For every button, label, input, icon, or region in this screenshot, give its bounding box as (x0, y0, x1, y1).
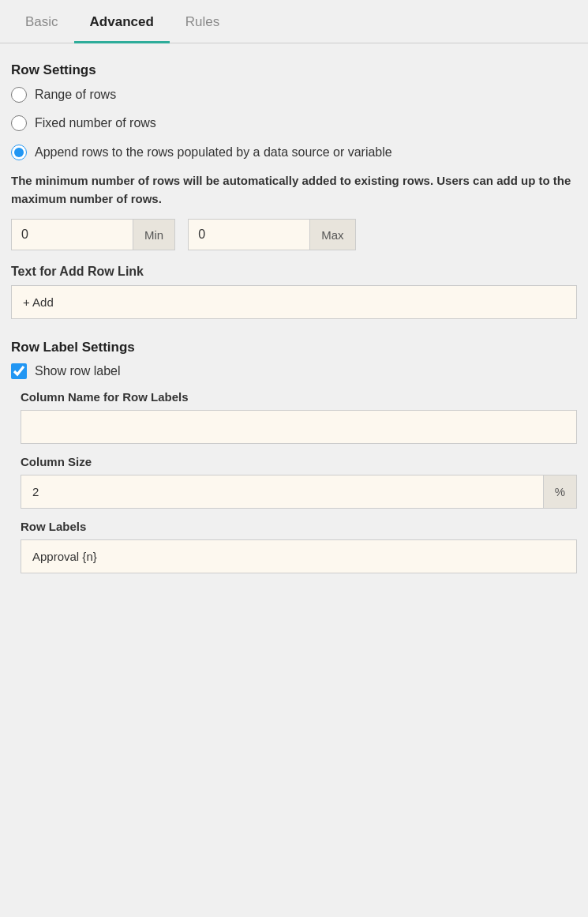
radio-append-label: Append rows to the rows populated by a d… (35, 144, 392, 161)
tab-bar: Basic Advanced Rules (0, 0, 588, 43)
column-size-label: Column Size (21, 455, 577, 468)
radio-append[interactable] (11, 145, 27, 160)
radio-fixed[interactable] (11, 115, 27, 131)
tab-advanced[interactable]: Advanced (74, 0, 170, 43)
max-input[interactable] (188, 219, 310, 250)
info-text: The minimum number of rows will be autom… (11, 172, 577, 208)
row-settings-heading: Row Settings (11, 62, 577, 78)
max-label: Max (310, 219, 355, 250)
radio-fixed-label: Fixed number of rows (35, 115, 156, 132)
min-input[interactable] (11, 219, 133, 250)
row-labels-field: Row Labels (21, 520, 577, 573)
show-row-label-text: Show row label (35, 364, 121, 378)
radio-range[interactable] (11, 87, 27, 103)
row-labels-input[interactable] (21, 539, 577, 573)
column-size-input-row: % (21, 475, 577, 509)
main-container: Basic Advanced Rules Row Settings Range … (0, 0, 588, 917)
column-size-field: Column Size % (21, 455, 577, 509)
column-size-suffix: % (544, 475, 577, 509)
tab-basic[interactable]: Basic (9, 0, 74, 43)
column-name-field: Column Name for Row Labels (21, 390, 577, 444)
column-size-input[interactable] (21, 475, 544, 509)
radio-option-fixed[interactable]: Fixed number of rows (11, 115, 577, 132)
row-labels-label: Row Labels (21, 520, 577, 533)
min-input-group: Min (11, 219, 175, 250)
radio-option-append[interactable]: Append rows to the rows populated by a d… (11, 144, 577, 161)
column-name-label: Column Name for Row Labels (21, 390, 577, 404)
row-label-settings-heading: Row Label Settings (11, 340, 577, 355)
show-row-label-checkbox[interactable] (11, 363, 27, 379)
min-label: Min (133, 219, 175, 250)
content-area: Row Settings Range of rows Fixed number … (0, 43, 588, 597)
radio-option-range[interactable]: Range of rows (11, 86, 577, 103)
tab-rules[interactable]: Rules (170, 0, 235, 43)
max-input-group: Max (188, 219, 355, 250)
radio-range-label: Range of rows (35, 86, 116, 103)
column-name-input[interactable] (21, 410, 577, 444)
add-row-link-label: Text for Add Row Link (11, 265, 577, 279)
add-row-link-input[interactable] (11, 285, 577, 319)
show-row-label-option[interactable]: Show row label (11, 363, 577, 379)
min-max-row: Min Max (11, 219, 577, 250)
